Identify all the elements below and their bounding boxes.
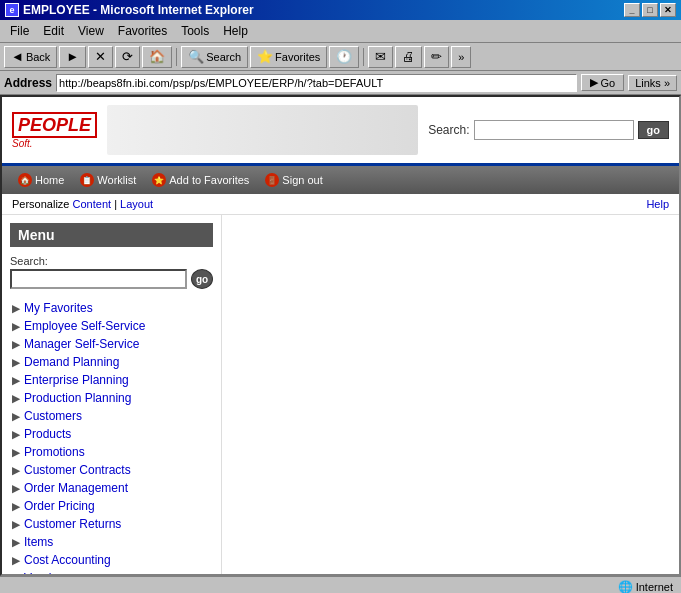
forward-button[interactable]: ►: [59, 46, 86, 68]
mail-button[interactable]: ✉: [368, 46, 393, 68]
worklist-nav-icon: 📋: [80, 173, 94, 187]
print-icon: 🖨: [402, 49, 415, 64]
menu-view[interactable]: View: [72, 22, 110, 40]
address-input[interactable]: [56, 74, 577, 92]
menu-item-my-favorites[interactable]: ▶ My Favorites: [10, 299, 213, 317]
print-button[interactable]: 🖨: [395, 46, 422, 68]
arrow-icon-pp: ▶: [12, 393, 20, 404]
ie-icon: e: [5, 3, 19, 17]
refresh-button[interactable]: ⟳: [115, 46, 140, 68]
menu-item-label-ca: Cost Accounting: [24, 553, 111, 567]
favorites-button[interactable]: ⭐ Favorites: [250, 46, 327, 68]
close-button[interactable]: ✕: [660, 3, 676, 17]
ps-logo-box: PEOPLE: [12, 112, 97, 138]
layout-link[interactable]: Layout: [120, 198, 153, 210]
back-icon: ◄: [11, 49, 24, 64]
arrow-icon-om: ▶: [12, 483, 20, 494]
menu-item-manager-self-service[interactable]: ▶ Manager Self-Service: [10, 335, 213, 353]
header-decoration: [107, 105, 418, 155]
menu-item-production-planning[interactable]: ▶ Production Planning: [10, 389, 213, 407]
favorites-icon: ⭐: [257, 49, 273, 64]
nav-worklist[interactable]: 📋 Worklist: [74, 171, 142, 189]
nav-sign-out-label: Sign out: [282, 174, 322, 186]
menu-help[interactable]: Help: [217, 22, 254, 40]
home-button[interactable]: 🏠: [142, 46, 172, 68]
sidebar-title: Menu: [10, 223, 213, 247]
nav-add-favorites[interactable]: ⭐ Add to Favorites: [146, 171, 255, 189]
back-button[interactable]: ◄ Back: [4, 46, 57, 68]
personalize-bar: Personalize Content | Layout Help: [2, 194, 679, 215]
arrow-icon-items: ▶: [12, 537, 20, 548]
toolbar-separator2: [363, 48, 364, 66]
search-button[interactable]: 🔍 Search: [181, 46, 248, 68]
menu-item-customers[interactable]: ▶ Customers: [10, 407, 213, 425]
edit-button[interactable]: ✏: [424, 46, 449, 68]
menu-item-order-pricing[interactable]: ▶ Order Pricing: [10, 497, 213, 515]
ps-go-button[interactable]: go: [638, 121, 669, 139]
menu-item-label-customers: Customers: [24, 409, 82, 423]
ps-search-input[interactable]: [474, 120, 634, 140]
title-bar: e EMPLOYEE - Microsoft Internet Explorer…: [0, 0, 681, 20]
menu-item-customer-contracts[interactable]: ▶ Customer Contracts: [10, 461, 213, 479]
menu-file[interactable]: File: [4, 22, 35, 40]
menu-item-promotions[interactable]: ▶ Promotions: [10, 443, 213, 461]
home-nav-icon: 🏠: [18, 173, 32, 187]
window-controls[interactable]: _ □ ✕: [624, 3, 676, 17]
nav-add-favorites-label: Add to Favorites: [169, 174, 249, 186]
browser-content: PEOPLE Soft. Search: go 🏠 Home 📋 Worklis…: [0, 95, 681, 576]
address-links-button[interactable]: Links »: [628, 75, 677, 91]
menu-item-employee-self-service[interactable]: ▶ Employee Self-Service: [10, 317, 213, 335]
sidebar-search-input[interactable]: [10, 269, 187, 289]
arrow-icon-mss: ▶: [12, 339, 20, 350]
menu-tools[interactable]: Tools: [175, 22, 215, 40]
status-bar: 🌐 Internet: [0, 576, 681, 593]
nav-sign-out[interactable]: 🚪 Sign out: [259, 171, 328, 189]
menu-item-customer-returns[interactable]: ▶ Customer Returns: [10, 515, 213, 533]
toolbar-separator: [176, 48, 177, 66]
maximize-button[interactable]: □: [642, 3, 658, 17]
nav-home[interactable]: 🏠 Home: [12, 171, 70, 189]
content-link[interactable]: Content: [73, 198, 112, 210]
sidebar-go-button[interactable]: go: [191, 269, 213, 289]
back-label: Back: [26, 51, 50, 63]
links-chevron-icon: »: [664, 77, 670, 89]
arrow-icon-cr: ▶: [12, 519, 20, 530]
ps-logo-top: PEOPLE: [18, 115, 91, 135]
help-link[interactable]: Help: [646, 198, 669, 210]
menu-item-demand-planning[interactable]: ▶ Demand Planning: [10, 353, 213, 371]
sidebar-search-row: go: [10, 269, 213, 289]
history-icon: 🕐: [336, 49, 352, 64]
search-icon: 🔍: [188, 49, 204, 64]
toolbar: ◄ Back ► ✕ ⟳ 🏠 🔍 Search ⭐ Favorites 🕐 ✉ …: [0, 43, 681, 71]
internet-label: Internet: [636, 581, 673, 593]
arrow-icon-my-favorites: ▶: [12, 303, 20, 314]
menu-item-enterprise-planning[interactable]: ▶ Enterprise Planning: [10, 371, 213, 389]
menu-item-products[interactable]: ▶ Products: [10, 425, 213, 443]
menu-item-vendors[interactable]: ▶ Vendors: [10, 569, 213, 574]
menu-item-cost-accounting[interactable]: ▶ Cost Accounting: [10, 551, 213, 569]
address-bar: Address ▶ Go Links »: [0, 71, 681, 95]
menu-item-items[interactable]: ▶ Items: [10, 533, 213, 551]
address-go-button[interactable]: ▶ Go: [581, 74, 624, 91]
favorites-label: Favorites: [275, 51, 320, 63]
ps-search-label: Search:: [428, 123, 469, 137]
minimize-button[interactable]: _: [624, 3, 640, 17]
menu-item-label-cc: Customer Contracts: [24, 463, 131, 477]
menu-item-label-promotions: Promotions: [24, 445, 85, 459]
arrow-icon-vendors: ▶: [12, 573, 20, 575]
mail-icon: ✉: [375, 49, 386, 64]
ps-nav-bar: 🏠 Home 📋 Worklist ⭐ Add to Favorites 🚪 S…: [2, 166, 679, 194]
main-content: [222, 215, 679, 574]
stop-button[interactable]: ✕: [88, 46, 113, 68]
arrow-icon-cc: ▶: [12, 465, 20, 476]
sign-out-nav-icon: 🚪: [265, 173, 279, 187]
history-button[interactable]: 🕐: [329, 46, 359, 68]
menu-item-order-management[interactable]: ▶ Order Management: [10, 479, 213, 497]
menu-item-label-om: Order Management: [24, 481, 128, 495]
nav-worklist-label: Worklist: [97, 174, 136, 186]
refresh-icon: ⟳: [122, 49, 133, 64]
menu-favorites[interactable]: Favorites: [112, 22, 173, 40]
go-label: Go: [600, 77, 615, 89]
menu-edit[interactable]: Edit: [37, 22, 70, 40]
more-button[interactable]: »: [451, 46, 471, 68]
